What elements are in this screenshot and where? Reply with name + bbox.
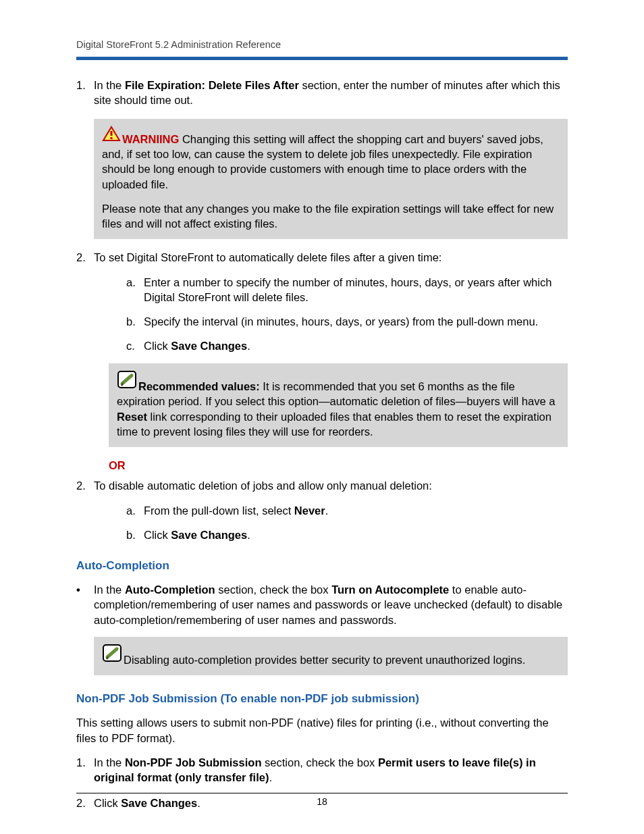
step-2-alt: 2.To disable automatic deletion of jobs …	[94, 478, 568, 542]
step-2c: c.Click Save Changes.	[144, 338, 568, 353]
step-number: 1.	[76, 755, 94, 770]
page-number: 18	[76, 796, 568, 807]
sub-text: Click Save Changes.	[144, 529, 250, 541]
step-number: 1.	[76, 78, 94, 93]
note-icon	[102, 644, 122, 666]
auto-completion-note: Disabling auto-completion provides bette…	[94, 637, 568, 676]
step-text: In the File Expiration: Delete Files Aft…	[94, 79, 560, 106]
sub-text: Enter a number to specify the number of …	[144, 276, 552, 303]
sub-label: c.	[126, 338, 144, 353]
sub-text: From the pull-down list, select Never.	[144, 504, 328, 517]
sub-label: b.	[126, 314, 144, 329]
step-2a: a.Enter a number to specify the number o…	[144, 275, 568, 305]
sub-text: Click Save Changes.	[144, 340, 250, 352]
step-2b: b.Specify the interval (in minutes, hour…	[144, 314, 568, 329]
recommended-callout: Recommended values: It is recommended th…	[109, 363, 568, 447]
bullet-text: In the Auto-Completion section, check th…	[94, 583, 562, 626]
warning-text-2: Please note that any changes you make to…	[102, 201, 560, 232]
header-rule	[76, 57, 568, 60]
heading-auto-completion: Auto-Completion	[76, 558, 568, 574]
warning-icon	[102, 126, 121, 145]
step-2: 2.To set Digital StoreFront to automatic…	[94, 250, 568, 353]
note-text: Disabling auto-completion provides bette…	[124, 654, 525, 666]
svg-rect-1	[111, 131, 113, 136]
sub-label: a.	[126, 503, 144, 518]
note-icon	[117, 370, 137, 392]
document-page: Digital StoreFront 5.2 Administration Re…	[0, 0, 644, 834]
or-divider: OR	[109, 458, 568, 473]
step-number: 2.	[76, 250, 94, 265]
step-1: 1.In the File Expiration: Delete Files A…	[94, 78, 568, 108]
step-2alt-a: a.From the pull-down list, select Never.	[144, 503, 568, 518]
auto-completion-bullet: •In the Auto-Completion section, check t…	[94, 582, 568, 627]
step-2alt-b: b.Click Save Changes.	[144, 527, 568, 542]
non-pdf-intro: This setting allows users to submit non-…	[76, 715, 568, 746]
bullet-icon: •	[76, 582, 94, 597]
running-header: Digital StoreFront 5.2 Administration Re…	[76, 39, 568, 50]
step-text: To set Digital StoreFront to automatical…	[94, 251, 441, 263]
sub-label: b.	[126, 527, 144, 542]
step-number: 2.	[76, 478, 94, 493]
recommended-label: Recommended values:	[138, 380, 260, 392]
page-footer: 18	[76, 793, 568, 807]
body-content: 1.In the File Expiration: Delete Files A…	[76, 78, 568, 811]
svg-rect-2	[111, 137, 113, 139]
sub-text: Specify the interval (in minutes, hours,…	[144, 315, 538, 328]
warning-callout: WARNIING Changing this setting will affe…	[94, 119, 568, 240]
sub-label: a.	[126, 275, 144, 290]
warning-label: WARNIING	[122, 133, 179, 145]
footer-rule	[76, 793, 568, 793]
non-pdf-step-1: 1.In the Non-PDF Job Submission section,…	[94, 755, 568, 785]
step-text: In the Non-PDF Job Submission section, c…	[94, 756, 536, 783]
step-text: To disable automatic deletion of jobs an…	[94, 479, 432, 492]
heading-non-pdf: Non-PDF Job Submission (To enable non-PD…	[76, 692, 568, 707]
